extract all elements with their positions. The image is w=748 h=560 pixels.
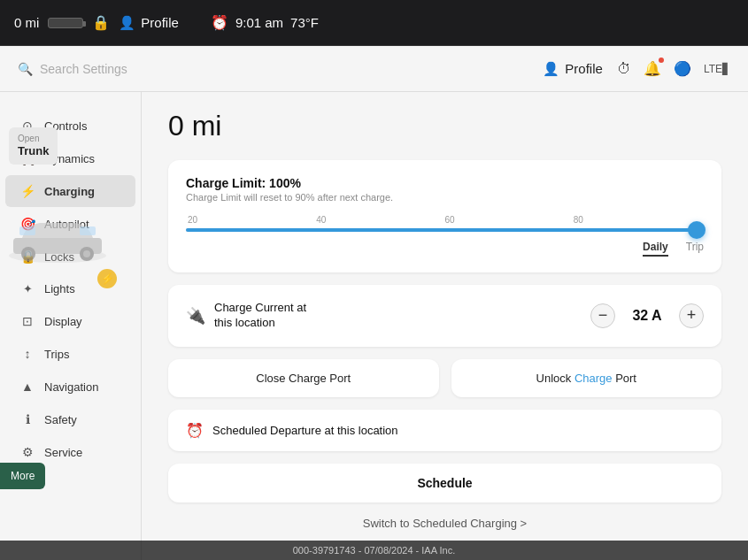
sidebar-item-safety[interactable]: ℹ Safety bbox=[5, 403, 135, 435]
port-label: Port bbox=[613, 372, 636, 385]
odometer-display: 0 mi bbox=[14, 15, 39, 30]
unlock-charge-port-button[interactable]: Unlock Charge Port bbox=[451, 359, 722, 397]
charge-current-controls: − 32 A + bbox=[590, 303, 704, 328]
daily-trip-tabs: Daily Trip bbox=[186, 241, 704, 257]
trip-tab[interactable]: Trip bbox=[686, 241, 704, 257]
sidebar-item-charging[interactable]: ⚡ Charging bbox=[5, 175, 135, 207]
temp-display: 73°F bbox=[290, 15, 319, 30]
charging-label: Charging bbox=[44, 185, 95, 198]
content-panel: 0 mi Charge Limit: 100% Charge Limit wil… bbox=[142, 92, 748, 560]
charge-current-card: 🔌 Charge Current at this location − 32 A… bbox=[168, 285, 721, 347]
bottom-watermark: 000-39791743 - 07/08/2024 - IAA Inc. bbox=[0, 541, 748, 560]
navigation-icon: ▲ bbox=[19, 380, 35, 394]
switch-charging-link[interactable]: Switch to Scheduled Charging > bbox=[168, 511, 721, 535]
charge-limit-subtitle: Charge Limit will reset to 90% after nex… bbox=[186, 192, 704, 203]
trips-icon: ↕ bbox=[19, 347, 35, 361]
header-profile-icon: 👤 bbox=[543, 61, 559, 77]
slider-label-60: 60 bbox=[445, 215, 455, 225]
bell-icon-header[interactable]: 🔔 bbox=[644, 60, 661, 77]
sidebar-item-navigation[interactable]: ▲ Navigation bbox=[5, 371, 135, 403]
display-label: Display bbox=[44, 315, 82, 328]
slider-thumb[interactable] bbox=[688, 221, 706, 239]
charging-icon: ⚡ bbox=[19, 184, 35, 198]
settings-header: 🔍 Search Settings 👤 Profile ⏱ 🔔 🔵 LTE▋ bbox=[0, 46, 748, 92]
slider-track bbox=[186, 228, 704, 232]
header-profile-button[interactable]: 👤 Profile bbox=[543, 61, 603, 77]
battery-indicator bbox=[48, 18, 83, 28]
navigation-label: Navigation bbox=[44, 380, 98, 394]
decrease-current-button[interactable]: − bbox=[590, 303, 615, 328]
main-content: Open Trunk ⚡ ⊙ Controls bbox=[0, 92, 748, 560]
slider-label-80: 80 bbox=[574, 215, 583, 225]
slider-fill bbox=[186, 228, 704, 232]
charge-current-row: 🔌 Charge Current at this location − 32 A… bbox=[186, 301, 704, 331]
svg-point-3 bbox=[25, 250, 32, 257]
watermark-text: 000-39791743 - 07/08/2024 - IAA Inc. bbox=[293, 545, 455, 556]
increase-current-button[interactable]: + bbox=[679, 303, 704, 328]
svg-rect-7 bbox=[19, 226, 35, 235]
charge-current-text: Charge Current at this location bbox=[214, 301, 306, 331]
charge-highlight: Charge bbox=[574, 372, 613, 385]
slider-label-20: 20 bbox=[188, 215, 197, 225]
safety-icon: ℹ bbox=[19, 412, 35, 426]
sidebar: Open Trunk ⚡ ⊙ Controls bbox=[0, 92, 142, 560]
search-icon: 🔍 bbox=[18, 62, 33, 76]
more-button[interactable]: More bbox=[0, 463, 45, 489]
charge-current-label-area: 🔌 Charge Current at this location bbox=[186, 301, 306, 331]
bluetooth-icon-header[interactable]: 🔵 bbox=[674, 60, 691, 77]
header-profile-label: Profile bbox=[565, 61, 603, 76]
lock-icon: 🔒 bbox=[92, 14, 110, 31]
status-bar-left: 0 mi 🔒 👤 Profile bbox=[14, 14, 179, 31]
scheduled-departure-card: ⏰ Scheduled Departure at this location bbox=[168, 410, 721, 451]
profile-person-icon: 👤 bbox=[119, 15, 135, 31]
charge-current-label: Charge Current at this location bbox=[214, 301, 306, 329]
status-bar: 0 mi 🔒 👤 Profile ⏰ 9:01 am 73°F bbox=[0, 0, 748, 46]
status-bar-center: ⏰ 9:01 am 73°F bbox=[211, 14, 319, 31]
action-buttons-row: Close Charge Port Unlock Charge Port bbox=[168, 359, 721, 397]
scheduled-departure-label: Scheduled Departure at this location bbox=[212, 424, 398, 437]
open-trunk-button[interactable]: Open Trunk bbox=[9, 127, 58, 165]
display-icon: ⊡ bbox=[19, 314, 35, 328]
svg-point-5 bbox=[83, 250, 90, 257]
open-label: Open bbox=[18, 133, 49, 144]
schedule-icon: ⏰ bbox=[186, 422, 204, 439]
clock-icon-header[interactable]: ⏱ bbox=[617, 61, 631, 77]
time-display: 9:01 am bbox=[235, 15, 283, 30]
charge-limit-slider[interactable]: 20 40 60 80 bbox=[186, 215, 704, 232]
service-label: Service bbox=[44, 446, 82, 459]
slider-label-40: 40 bbox=[316, 215, 326, 225]
sidebar-item-trips[interactable]: ↕ Trips bbox=[5, 338, 135, 370]
header-icons: ⏱ 🔔 🔵 LTE▋ bbox=[617, 60, 730, 77]
car-svg bbox=[0, 207, 115, 269]
charge-limit-card: Charge Limit: 100% Charge Limit will res… bbox=[168, 160, 721, 272]
profile-button-top[interactable]: 👤 Profile bbox=[119, 15, 179, 31]
slider-labels: 20 40 60 80 bbox=[186, 215, 704, 225]
search-placeholder: Search Settings bbox=[40, 62, 127, 76]
trunk-label: Trunk bbox=[18, 144, 49, 159]
amperage-value: 32 A bbox=[629, 308, 665, 324]
clock-icon-top: ⏰ bbox=[211, 14, 228, 31]
safety-label: Safety bbox=[44, 413, 77, 426]
close-charge-port-button[interactable]: Close Charge Port bbox=[168, 359, 439, 397]
service-icon: ⚙ bbox=[19, 445, 35, 459]
charge-limit-title: Charge Limit: 100% bbox=[186, 176, 704, 190]
profile-label-top: Profile bbox=[141, 15, 179, 30]
search-area[interactable]: 🔍 Search Settings bbox=[18, 62, 528, 76]
schedule-button[interactable]: Schedule bbox=[168, 464, 721, 502]
charging-indicator-badge: ⚡ bbox=[97, 269, 117, 288]
unlock-label: Unlock bbox=[536, 372, 574, 385]
sidebar-item-display[interactable]: ⊡ Display bbox=[5, 305, 135, 337]
signal-icon-header: LTE▋ bbox=[704, 63, 730, 75]
trips-label: Trips bbox=[44, 348, 69, 361]
page-title: 0 mi bbox=[168, 110, 721, 142]
daily-tab[interactable]: Daily bbox=[643, 241, 668, 257]
plug-icon: 🔌 bbox=[186, 306, 205, 326]
svg-rect-6 bbox=[80, 226, 96, 235]
